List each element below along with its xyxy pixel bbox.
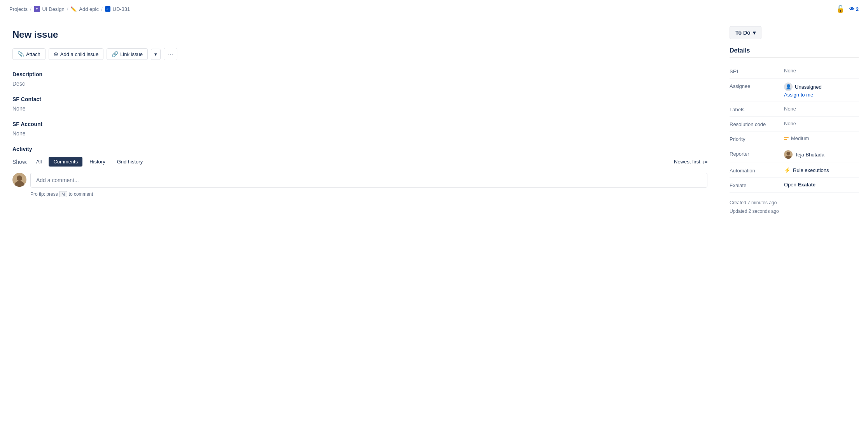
labels-value: None (784, 106, 859, 112)
automation-text: Rule executions (793, 167, 829, 173)
link-icon: 🔗 (112, 51, 118, 57)
pro-tip: Pro tip: press M to comment (30, 191, 707, 197)
details-title: Details (730, 47, 859, 58)
action-bar: 📎 Attach ⊕ Add a child issue 🔗 Link issu… (12, 48, 707, 60)
show-label: Show: (12, 159, 28, 165)
child-issue-icon: ⊕ (54, 51, 58, 57)
issue-title: New issue (12, 29, 707, 40)
comment-input[interactable]: Add a comment... (30, 173, 707, 188)
breadcrumb-ui-design[interactable]: UI Design (42, 6, 65, 12)
description-value: Desc (12, 81, 707, 87)
automation-label: Automation (730, 167, 780, 174)
activity-label: Activity (12, 146, 707, 152)
assignee-block: 👤 Unassigned Assign to me (784, 82, 859, 98)
sep1: / (30, 6, 32, 12)
detail-resolution-code: Resolution code None (730, 117, 859, 132)
updated-timestamp: Updated 2 seconds ago (730, 207, 859, 216)
more-actions-dropdown[interactable]: ▾ (151, 49, 161, 60)
add-child-issue-button[interactable]: ⊕ Add a child issue (49, 48, 103, 60)
assignee-label: Assignee (730, 82, 780, 89)
reporter-label: Reporter (730, 150, 780, 157)
lightning-icon: ⚡ (784, 167, 791, 173)
sep2: / (67, 6, 68, 12)
sf-contact-label: SF Contact (12, 96, 707, 102)
status-label: To Do (735, 30, 751, 36)
priority-line-1 (784, 137, 789, 138)
timestamps: Created 7 minutes ago Updated 2 seconds … (730, 199, 859, 216)
reporter-avatar (784, 150, 793, 159)
activity-filters: Show: All Comments History Grid history … (12, 157, 707, 167)
sf1-label: SF1 (730, 68, 780, 74)
exalate-label: Exalate (730, 182, 780, 188)
comment-area: Add a comment... (12, 173, 707, 188)
paperclip-icon: 📎 (18, 51, 24, 57)
attach-label: Attach (26, 51, 40, 57)
ui-design-icon: ✦ (34, 6, 40, 12)
assignee-value: Unassigned (795, 84, 822, 90)
sf-contact-value: None (12, 105, 707, 112)
priority-line-2 (784, 139, 787, 140)
filter-all[interactable]: All (32, 157, 46, 167)
priority-value[interactable]: Medium (784, 135, 859, 141)
filter-grid-history[interactable]: Grid history (112, 157, 147, 167)
assignee-name[interactable]: 👤 Unassigned (784, 82, 859, 91)
main-layout: New issue 📎 Attach ⊕ Add a child issue 🔗… (0, 18, 868, 434)
lock-icon[interactable]: 🔓 (836, 5, 845, 13)
breadcrumb: Projects / ✦ UI Design / ✏️ Add epic / ✓… (0, 0, 868, 18)
add-child-label: Add a child issue (60, 51, 98, 57)
detail-sf1: SF1 None (730, 64, 859, 79)
link-issue-button[interactable]: 🔗 Link issue (107, 48, 148, 60)
detail-labels: Labels None (730, 102, 859, 117)
reporter-name: Teja Bhutada (795, 152, 824, 158)
activity-section: Activity Show: All Comments History Grid… (12, 146, 707, 197)
automation-value[interactable]: ⚡ Rule executions (784, 167, 859, 173)
svg-point-1 (17, 175, 22, 181)
breadcrumb-projects[interactable]: Projects (9, 6, 28, 12)
issue-checkbox-icon: ✓ (105, 6, 110, 12)
attach-button[interactable]: 📎 Attach (12, 48, 46, 60)
reporter-block[interactable]: Teja Bhutada (784, 150, 859, 159)
assign-to-me[interactable]: Assign to me (784, 92, 859, 98)
sf1-value: None (784, 68, 859, 74)
priority-text: Medium (791, 135, 809, 141)
detail-reporter: Reporter Teja Bhutada (730, 146, 859, 163)
watch-badge[interactable]: 👁 2 (849, 6, 859, 12)
pro-tip-key: M (59, 191, 67, 197)
description-label: Description (12, 71, 707, 77)
sf-account-label: SF Account (12, 121, 707, 127)
status-dropdown-icon: ▾ (753, 30, 756, 36)
detail-exalate: Exalate Open Exalate (730, 178, 859, 193)
svg-point-4 (787, 152, 790, 155)
labels-label: Labels (730, 106, 780, 112)
status-button[interactable]: To Do ▾ (730, 26, 761, 39)
issue-sidebar: To Do ▾ Details SF1 None Assignee 👤 Unas… (720, 18, 868, 434)
detail-priority: Priority Medium (730, 132, 859, 146)
filter-history[interactable]: History (85, 157, 110, 167)
overflow-menu-button[interactable]: ··· (164, 48, 177, 60)
detail-automation: Automation ⚡ Rule executions (730, 163, 859, 178)
breadcrumb-issue-id[interactable]: UD-331 (113, 6, 130, 12)
user-avatar (12, 173, 26, 187)
sf-account-value: None (12, 130, 707, 137)
eye-icon: 👁 (849, 6, 854, 12)
exalate-value[interactable]: Open Exalate (784, 182, 859, 188)
comment-placeholder: Add a comment... (36, 177, 79, 183)
resolution-code-value: None (784, 121, 859, 126)
sort-icon: ↓≡ (702, 159, 707, 165)
topbar-actions: 🔓 👁 2 (836, 5, 859, 13)
filter-comments[interactable]: Comments (49, 157, 82, 167)
priority-label: Priority (730, 135, 780, 142)
unassigned-icon: 👤 (784, 82, 793, 91)
priority-icon (784, 137, 789, 140)
resolution-code-label: Resolution code (730, 121, 780, 127)
link-issue-label: Link issue (120, 51, 143, 57)
newest-first-label: Newest first (674, 159, 700, 165)
watch-count: 2 (856, 6, 859, 12)
sep3: / (101, 6, 103, 12)
created-timestamp: Created 7 minutes ago (730, 199, 859, 207)
breadcrumb-add-epic[interactable]: Add epic (79, 6, 99, 12)
sort-newest-first[interactable]: Newest first ↓≡ (674, 159, 707, 165)
pencil-icon: ✏️ (70, 6, 77, 12)
issue-main: New issue 📎 Attach ⊕ Add a child issue 🔗… (0, 18, 720, 434)
detail-assignee: Assignee 👤 Unassigned Assign to me (730, 79, 859, 102)
